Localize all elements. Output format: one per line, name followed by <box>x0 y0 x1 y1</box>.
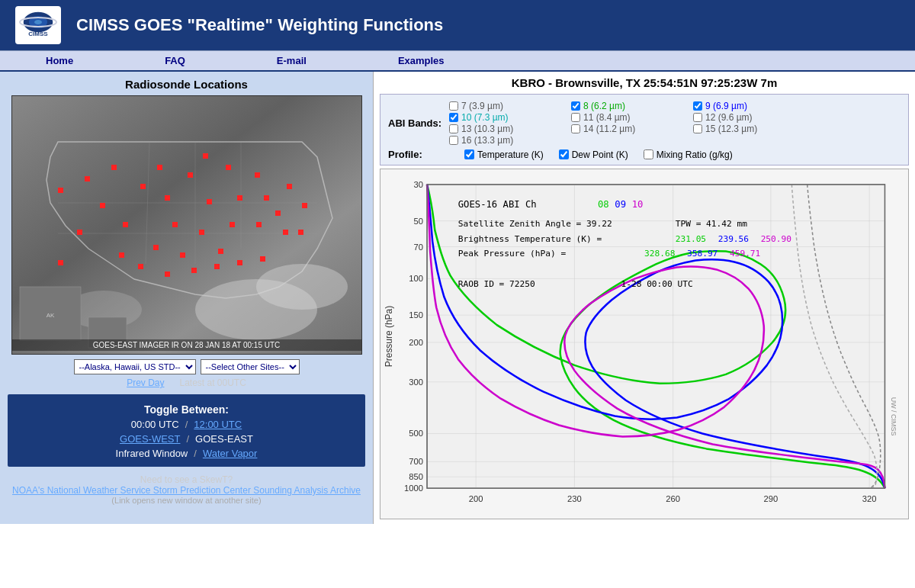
svg-rect-46 <box>191 268 197 273</box>
main-content: Radiosonde Locations <box>0 72 915 524</box>
band-15-checkbox[interactable] <box>693 124 702 133</box>
band-15: 15 (12.3 µm) <box>693 124 815 134</box>
toggle-label: Toggle Between: <box>15 403 358 416</box>
band-9-checkbox[interactable] <box>693 101 702 111</box>
band-11: 11 (8.4 µm) <box>571 112 693 123</box>
svg-text:320: 320 <box>862 494 877 503</box>
band-7: 7 (3.9 µm) <box>449 101 571 111</box>
band-16-checkbox[interactable] <box>449 136 458 145</box>
temp-checkbox[interactable] <box>464 149 474 159</box>
svg-text:Pressure (hPa): Pressure (hPa) <box>384 306 394 367</box>
svg-text:RAOB ID = 72250: RAOB ID = 72250 <box>458 279 535 289</box>
svg-text:500: 500 <box>409 429 423 439</box>
svg-text:200: 200 <box>409 338 423 347</box>
prev-day-row: Prev Day Latest at 00UTC <box>8 378 365 388</box>
svg-text:50: 50 <box>414 217 423 226</box>
svg-rect-35 <box>218 249 223 254</box>
svg-rect-54 <box>427 185 884 488</box>
site-selector-1[interactable]: --Alaska, Hawaii, US STD-- <box>74 359 196 374</box>
toggle-00utc: 00:00 UTC <box>131 419 179 430</box>
chart-svg: 30 50 70 100 150 200 300 500 700 850 100… <box>380 169 908 519</box>
svg-text:230: 230 <box>567 494 582 503</box>
band-9: 9 (6.9 µm) <box>693 101 815 111</box>
svg-rect-43 <box>298 230 303 235</box>
svg-rect-51 <box>119 252 124 258</box>
toggle-12utc-link[interactable]: 12:00 UTC <box>194 419 242 430</box>
svg-rect-25 <box>172 222 178 227</box>
skewt-section: Need to see a SkewT? NOAA's National Wea… <box>8 474 365 505</box>
band-12-checkbox[interactable] <box>693 113 702 122</box>
profile-row: Profile: Temperature (K) Dew Point (K) M… <box>388 149 901 160</box>
dewpoint-checkbox[interactable] <box>559 149 569 159</box>
svg-rect-41 <box>287 184 292 189</box>
svg-rect-24 <box>165 195 170 201</box>
svg-rect-48 <box>237 260 242 265</box>
svg-rect-21 <box>77 230 82 235</box>
band-12: 12 (9.6 µm) <box>693 112 815 123</box>
abi-bands-grid: 7 (3.9 µm) 8 (6.2 µm) 9 (6.9 µm) 10 (7.3… <box>449 101 815 146</box>
svg-rect-50 <box>58 188 63 193</box>
nav-email[interactable]: E-mail <box>231 53 352 68</box>
band-10: 10 (7.3 µm) <box>449 112 571 123</box>
svg-text:150: 150 <box>409 310 423 320</box>
svg-text:10: 10 <box>632 199 644 210</box>
mixing-ratio-checkbox[interactable] <box>644 149 653 159</box>
svg-text:1000: 1000 <box>404 484 423 493</box>
svg-text:290: 290 <box>764 494 779 503</box>
nav-faq[interactable]: FAQ <box>119 53 231 68</box>
station-title: KBRO - Brownsville, TX 25:54:51N 97:25:2… <box>380 76 909 89</box>
svg-rect-29 <box>207 199 212 204</box>
band-13-checkbox[interactable] <box>449 124 458 133</box>
abi-bands-row: ABI Bands: 7 (3.9 µm) 8 (6.2 µm) 9 (6.9 … <box>388 101 901 146</box>
toggle-satellite-row: GOES-WEST / GOES-EAST <box>15 433 358 445</box>
prev-day-link[interactable]: Prev Day <box>127 378 164 388</box>
toggle-water-vapor-link[interactable]: Water Vapor <box>203 448 258 459</box>
band-11-checkbox[interactable] <box>571 113 580 122</box>
latest-label: Latest at 00UTC <box>179 378 246 388</box>
map-caption: GOES-EAST IMAGER IR ON 28 JAN 18 AT 00:1… <box>12 339 361 351</box>
nav-examples[interactable]: Examples <box>352 53 490 68</box>
map-container: AK <box>11 95 362 355</box>
logo: CIMSS <box>15 6 61 44</box>
band-7-checkbox[interactable] <box>449 101 458 111</box>
band-8-checkbox[interactable] <box>571 101 580 111</box>
svg-rect-37 <box>264 195 269 201</box>
svg-rect-32 <box>226 165 231 170</box>
band-16: 16 (13.3 µm) <box>449 135 571 146</box>
svg-rect-38 <box>256 222 262 227</box>
svg-rect-22 <box>140 184 146 189</box>
svg-text:AK: AK <box>46 312 54 319</box>
svg-rect-39 <box>275 210 281 216</box>
band-8: 8 (6.2 µm) <box>571 101 693 111</box>
svg-text:231.05: 231.05 <box>676 234 706 244</box>
skewt-link[interactable]: NOAA's National Weather Service Storm Pr… <box>12 485 361 496</box>
svg-point-2 <box>34 20 42 24</box>
svg-text:459.71: 459.71 <box>730 249 760 259</box>
toggle-time-row: 00:00 UTC / 12:00 UTC <box>15 419 358 430</box>
svg-text:Brightness Temperature (K) =: Brightness Temperature (K) = <box>458 234 602 244</box>
svg-text:Satellite Zenith Angle = 39.22: Satellite Zenith Angle = 39.22 <box>458 219 612 229</box>
header: CIMSS CIMSS GOES "Realtime" Weighting Fu… <box>0 0 915 50</box>
toggle-goes-west-link[interactable]: GOES-WEST <box>120 433 180 445</box>
svg-text:Peak Pressure (hPa) =: Peak Pressure (hPa) = <box>458 249 567 259</box>
svg-rect-33 <box>237 195 242 201</box>
dropdowns-row: --Alaska, Hawaii, US STD-- --Select Othe… <box>8 359 365 374</box>
nav-home[interactable]: Home <box>0 53 119 68</box>
toggle-goes-east: GOES-EAST <box>195 433 253 445</box>
abi-section: ABI Bands: 7 (3.9 µm) 8 (6.2 µm) 9 (6.9 … <box>380 94 909 165</box>
skewt-note: (Link opens new window at another site) <box>8 496 365 505</box>
svg-text:239.56: 239.56 <box>718 234 749 244</box>
band-14-checkbox[interactable] <box>571 124 580 133</box>
svg-rect-45 <box>165 272 170 277</box>
chart-area: 30 50 70 100 150 200 300 500 700 850 100… <box>380 169 909 519</box>
band-10-checkbox[interactable] <box>449 113 458 122</box>
svg-rect-30 <box>199 230 204 235</box>
svg-text:09: 09 <box>615 199 626 210</box>
site-selector-2[interactable]: --Select Other Sites-- <box>201 359 300 374</box>
svg-rect-47 <box>214 264 220 269</box>
band-14: 14 (11.2 µm) <box>571 124 693 134</box>
profile-mixing-ratio: Mixing Ratio (g/kg) <box>644 149 733 160</box>
toggle-section: Toggle Between: 00:00 UTC / 12:00 UTC GO… <box>8 394 365 467</box>
abi-label: ABI Bands: <box>388 117 449 129</box>
left-panel: Radiosonde Locations <box>0 72 374 524</box>
